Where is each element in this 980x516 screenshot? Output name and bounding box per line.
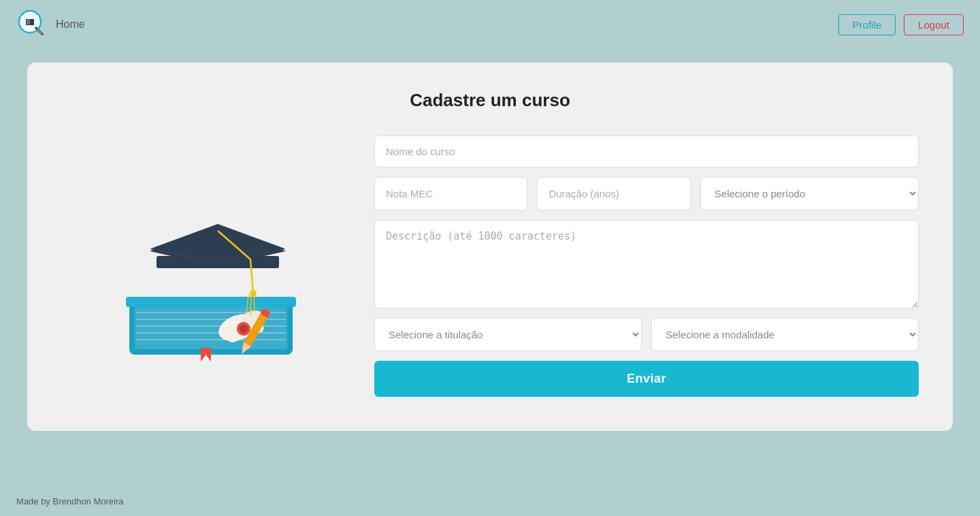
row-titulacao-modalidade: Selecione a titulação Bacharelado Licenc… bbox=[374, 318, 919, 351]
footer: Made by Brendhon Moreira bbox=[0, 489, 980, 516]
card-body: Selecione o período Matutino Vespertino … bbox=[61, 135, 919, 397]
form-card: Cadastre um curso bbox=[27, 63, 953, 431]
footer-text: Made by Brendhon Moreira bbox=[16, 496, 124, 506]
logout-button[interactable]: Logout bbox=[904, 14, 964, 35]
nota-mec-input[interactable] bbox=[374, 177, 527, 210]
nav-right: Profile Logout bbox=[838, 14, 964, 35]
periodo-select[interactable]: Selecione o período Matutino Vespertino … bbox=[700, 177, 919, 210]
enviar-button[interactable]: Enviar bbox=[374, 361, 919, 397]
profile-button[interactable]: Profile bbox=[838, 14, 896, 35]
course-form: Selecione o período Matutino Vespertino … bbox=[374, 135, 919, 397]
svg-rect-3 bbox=[27, 20, 30, 25]
nav-left: Home bbox=[16, 8, 85, 41]
svg-marker-13 bbox=[201, 348, 211, 361]
graduation-illustration bbox=[75, 150, 333, 382]
navbar: Home Profile Logout bbox=[0, 0, 980, 49]
duracao-input[interactable] bbox=[537, 177, 690, 210]
course-name-input[interactable] bbox=[374, 135, 919, 167]
svg-line-31 bbox=[250, 293, 251, 315]
logo-icon bbox=[16, 8, 49, 41]
page-title: Cadastre um curso bbox=[61, 90, 919, 111]
main-content: Cadastre um curso bbox=[0, 49, 980, 489]
modalidade-select[interactable]: Selecione a modalidade Presencial EAD Se… bbox=[651, 318, 919, 351]
row-nota-duracao-periodo: Selecione o período Matutino Vespertino … bbox=[374, 177, 919, 210]
titulacao-select[interactable]: Selecione a titulação Bacharelado Licenc… bbox=[374, 318, 642, 351]
svg-rect-14 bbox=[126, 297, 296, 307]
descricao-textarea[interactable] bbox=[374, 220, 919, 308]
illustration-area bbox=[61, 150, 347, 382]
svg-point-33 bbox=[250, 290, 257, 297]
nav-home-link[interactable]: Home bbox=[56, 18, 85, 31]
